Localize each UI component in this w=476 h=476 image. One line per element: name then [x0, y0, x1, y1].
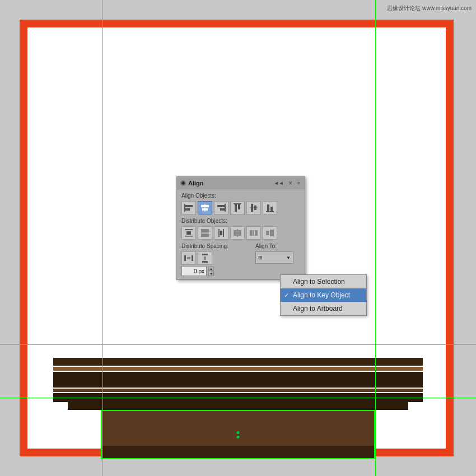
- svg-rect-15: [250, 208, 258, 208]
- svg-rect-30: [237, 229, 238, 237]
- distribute-spacing-label: Distribute Spacing:: [181, 243, 251, 249]
- align-bottom-btn[interactable]: [263, 201, 277, 214]
- svg-rect-37: [192, 255, 193, 261]
- svg-rect-27: [220, 231, 222, 235]
- align-center-v-btn[interactable]: [246, 201, 261, 214]
- guide-horizontal-1: [0, 344, 476, 345]
- dist-spacing-h-btn[interactable]: [181, 251, 196, 265]
- svg-rect-26: [223, 229, 224, 237]
- svg-rect-2: [184, 204, 185, 212]
- svg-rect-18: [266, 211, 274, 212]
- svg-rect-41: [204, 256, 206, 260]
- dist-top-btn[interactable]: [181, 226, 196, 240]
- dropdown-arrow-icon: ▼: [286, 255, 291, 260]
- svg-rect-38: [187, 257, 190, 259]
- svg-rect-39: [202, 254, 208, 255]
- distribute-spacing-section: Distribute Spacing: ▲ ▼: [181, 243, 251, 276]
- svg-rect-35: [270, 230, 274, 236]
- svg-rect-36: [184, 255, 186, 261]
- align-objects-row: [181, 201, 300, 214]
- svg-rect-11: [238, 204, 240, 209]
- spin-up-btn[interactable]: ▲: [208, 267, 214, 271]
- svg-rect-29: [238, 230, 241, 236]
- align-to-section: Align To: ⊞ ▼: [255, 243, 300, 264]
- align-to-dropdown-menu: Align to Selection ✓ Align to Key Object…: [280, 274, 367, 316]
- guide-horizontal-2: [0, 398, 476, 398]
- svg-rect-31: [250, 230, 253, 236]
- distribute-objects-row: [181, 226, 300, 240]
- align-left-btn[interactable]: [181, 201, 196, 214]
- furniture: [53, 358, 423, 459]
- panel-close-btn[interactable]: ✕: [287, 180, 294, 186]
- dropdown-item-key-object[interactable]: ✓ Align to Key Object: [281, 288, 366, 302]
- align-to-icon: ⊞: [258, 255, 263, 260]
- panel-icon: ◆: [180, 180, 186, 186]
- align-top-btn[interactable]: [230, 201, 245, 214]
- dropdown-item-artboard[interactable]: Align to Artboard: [281, 302, 366, 315]
- svg-rect-23: [201, 234, 209, 237]
- checkmark-icon: ✓: [284, 292, 289, 299]
- svg-rect-34: [266, 231, 269, 235]
- spin-down-btn[interactable]: ▼: [208, 272, 214, 276]
- align-to-dropdown[interactable]: ⊞ ▼: [255, 251, 293, 264]
- watermark: 思缘设计论坛 www.missyuan.com: [387, 4, 472, 12]
- svg-rect-9: [225, 204, 226, 212]
- svg-rect-1: [185, 208, 190, 211]
- svg-rect-20: [185, 236, 193, 237]
- svg-rect-22: [201, 229, 209, 232]
- dropdown-item-artboard-label: Align to Artboard: [293, 305, 343, 312]
- dist-right-btn[interactable]: [263, 226, 277, 240]
- panel-titlebar: ◆ Align ◄◄ ✕ ≡: [177, 177, 305, 189]
- dropdown-item-selection[interactable]: Align to Selection: [281, 275, 366, 288]
- align-to-label: Align To:: [255, 243, 300, 249]
- svg-rect-17: [270, 207, 273, 211]
- svg-rect-25: [218, 229, 220, 237]
- panel-collapse-btn[interactable]: ◄◄: [273, 180, 285, 186]
- svg-rect-40: [202, 261, 208, 263]
- distribute-objects-label: Distribute Objects:: [181, 218, 300, 224]
- svg-rect-21: [186, 231, 191, 235]
- align-objects-label: Align Objects:: [181, 193, 300, 199]
- dist-left-btn[interactable]: [230, 226, 245, 240]
- spacing-input[interactable]: [181, 266, 207, 276]
- svg-rect-12: [234, 203, 241, 204]
- dist-spacing-v-btn[interactable]: [198, 251, 212, 265]
- svg-rect-10: [235, 204, 237, 212]
- svg-rect-28: [234, 230, 237, 236]
- dropdown-item-selection-label: Align to Selection: [293, 278, 345, 286]
- dist-bottom-btn[interactable]: [214, 226, 228, 240]
- panel-menu-btn[interactable]: ≡: [296, 180, 301, 186]
- svg-rect-19: [185, 229, 193, 230]
- dropdown-item-key-object-label: Align to Key Object: [293, 291, 350, 299]
- svg-rect-8: [220, 208, 225, 211]
- dist-vcenter-btn[interactable]: [198, 226, 212, 240]
- svg-rect-33: [253, 230, 254, 236]
- selection-center-dot-2: [237, 436, 240, 438]
- guide-vertical-1: [102, 0, 103, 476]
- svg-rect-16: [267, 204, 269, 211]
- dist-hcenter-btn[interactable]: [246, 226, 261, 240]
- selection-center-dot-1: [237, 431, 240, 434]
- seat-selection-box: [101, 410, 375, 459]
- guide-vertical-2: [375, 0, 376, 476]
- spinner: ▲ ▼: [208, 267, 214, 276]
- panel-title: Align: [188, 180, 204, 186]
- svg-rect-7: [217, 205, 225, 207]
- svg-rect-24: [201, 233, 209, 234]
- align-center-h-btn[interactable]: [198, 201, 212, 214]
- watermark-text: 思缘设计论坛 www.missyuan.com: [387, 5, 472, 11]
- canvas-area: ◆ Align ◄◄ ✕ ≡ Align Objects:: [0, 0, 476, 476]
- svg-rect-32: [255, 230, 258, 236]
- align-panel: ◆ Align ◄◄ ✕ ≡ Align Objects:: [176, 176, 305, 280]
- align-right-btn[interactable]: [214, 201, 228, 214]
- svg-rect-0: [185, 205, 193, 207]
